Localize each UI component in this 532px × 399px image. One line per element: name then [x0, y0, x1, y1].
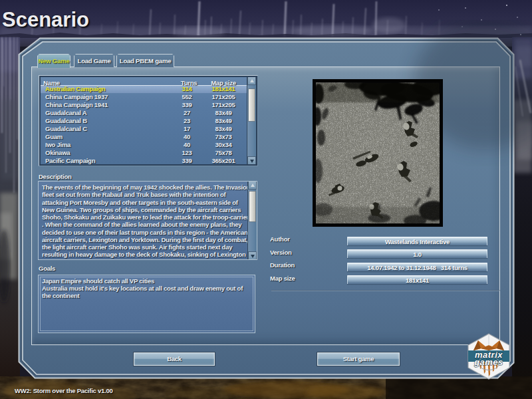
svg-text:games: games [473, 357, 503, 367]
